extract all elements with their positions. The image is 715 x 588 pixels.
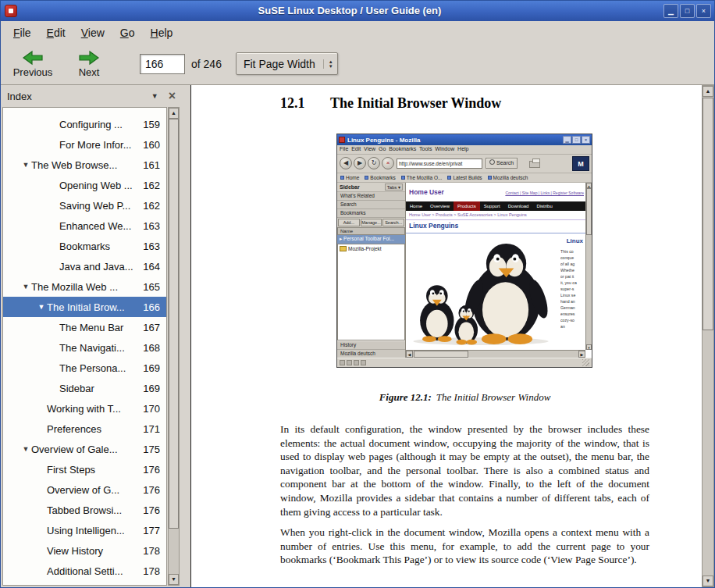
index-item[interactable]: Java and Java...164 (3, 256, 166, 276)
figure-mozilla-deutsch-tab: Mozilla deutsch (337, 349, 405, 358)
figure-personal-toolbar: Home Bookmarks The Mozilla O... Latest B… (337, 173, 592, 183)
index-item[interactable]: View History178 (3, 540, 166, 561)
index-item[interactable]: ▼Overview of Gale...175 (3, 439, 166, 459)
titlebar[interactable]: SuSE Linux Desktop / User Guide (en) ▁ □… (1, 1, 714, 21)
figure-hscroll-thumb (414, 351, 468, 358)
maximize-button[interactable]: □ (680, 4, 695, 18)
webpage-aside-heading: Linux (567, 237, 583, 244)
figure-caption-text: The Initial Browser Window (436, 391, 551, 403)
section-heading: 12.1 The Initial Browser Window (280, 95, 501, 112)
index-item-page: 168 (143, 342, 166, 354)
index-item[interactable]: Preferences171 (3, 419, 166, 439)
menu-view[interactable]: View (73, 23, 112, 43)
component-icon (361, 360, 366, 365)
scroll-up-icon[interactable]: ▲ (703, 86, 713, 97)
minimize-button[interactable]: ▁ (663, 4, 678, 18)
index-item-label: Saving Web P... (59, 200, 130, 212)
index-item[interactable]: Enhanced We...163 (3, 216, 166, 236)
figure-name-column: Name (337, 227, 405, 235)
sidebar-title: Index (7, 91, 144, 102)
index-item[interactable]: Additional Setti...178 (3, 561, 166, 581)
webpage-breadcrumb: Home User > Products > SuSE Accessories … (406, 211, 585, 220)
figure-screenshot: Linux Penguins - Mozilla ▁ □ × File Edit… (336, 134, 592, 368)
back-icon: ◀ (340, 157, 352, 169)
sidebar-close-icon[interactable]: × (165, 90, 179, 102)
expander-icon[interactable]: ▼ (20, 283, 31, 290)
index-item[interactable]: ▼The Web Browse...161 (3, 155, 166, 175)
expander-icon[interactable]: ▼ (20, 445, 31, 453)
menu-go[interactable]: Go (112, 23, 143, 43)
index-item-page: 162 (143, 200, 166, 212)
index-item-page: 176 (143, 484, 166, 496)
zoom-select[interactable]: Fit Page Width ▲ ▼ (236, 52, 338, 75)
index-item-page: 160 (143, 139, 166, 151)
bookmark-icon (401, 176, 405, 180)
zoom-value: Fit Page Width (244, 58, 315, 70)
index-item-page: 161 (143, 159, 166, 171)
previous-arrow-icon (22, 50, 44, 66)
index-item-label: Additional Setti... (47, 565, 123, 577)
sidebar-scrollbar-thumb[interactable] (169, 119, 179, 529)
index-item[interactable]: Using Intelligen...177 (3, 520, 166, 540)
figure-menubar: File Edit View Go Bookmarks Tools Window… (337, 145, 592, 155)
index-item-page: 175 (143, 444, 166, 455)
figure-vertical-scrollbar: ▲ ▼ (585, 183, 592, 350)
index-item[interactable]: ▼The Mozilla Web ...165 (3, 276, 166, 297)
index-item-page: 171 (143, 423, 166, 435)
toolbar: Previous Next of 246 Fit Page Width ▲ ▼ (1, 45, 714, 85)
sidebar-dropdown-icon[interactable]: ▼ (144, 92, 165, 100)
index-item-label: Bookmarks (59, 241, 110, 252)
index-item[interactable]: Bookmarks163 (3, 236, 166, 256)
index-item[interactable]: The Menu Bar167 (3, 317, 166, 337)
scroll-down-icon[interactable]: ▼ (703, 576, 713, 586)
next-button[interactable]: Next (63, 46, 115, 82)
figure-nav-toolbar: ◀ ▶ ↻ × http://www.suse.de/en/privat Sea… (337, 155, 592, 173)
webpage-rule (406, 233, 585, 233)
expander-icon[interactable]: ▼ (20, 161, 31, 169)
index-item[interactable]: For More Infor...160 (3, 134, 166, 155)
scroll-down-icon: ▼ (586, 344, 592, 350)
scroll-down-icon[interactable]: ▼ (169, 574, 179, 585)
index-item-label: Overview of Gale... (31, 444, 118, 455)
index-item[interactable]: First Steps176 (3, 459, 166, 479)
index-item[interactable]: Tabbed Browsi...176 (3, 500, 166, 520)
sidebar-scrollbar[interactable]: ▲ ▼ (168, 107, 180, 586)
index-item-label: The Web Browse... (31, 159, 117, 171)
personal-link: Mozilla deutsch (488, 175, 528, 180)
menu-edit[interactable]: Edit (39, 23, 73, 43)
scroll-up-icon[interactable]: ▲ (169, 108, 179, 119)
bookmark-icon (365, 176, 368, 180)
index-item-selected[interactable]: ▼The Initial Brow...166 (3, 297, 166, 317)
index-item-page: 162 (143, 180, 166, 191)
section-number: 12.1 (280, 95, 330, 112)
index-item[interactable]: The Navigati...168 (3, 337, 166, 358)
figure-search-button: Search (486, 158, 518, 169)
expander-icon[interactable]: ▼ (36, 303, 47, 311)
menu-help[interactable]: Help (143, 23, 181, 43)
mozilla-throbber-icon: M (572, 156, 589, 171)
index-item[interactable]: Configuring ...159 (3, 114, 166, 134)
figure-vscroll-thumb (586, 188, 592, 235)
document-scrollbar-thumb[interactable] (703, 98, 713, 330)
index-item-label: The Menu Bar (59, 322, 123, 333)
index-item-label: Enhanced We... (59, 220, 131, 232)
component-icon (354, 360, 359, 365)
index-item-page: 164 (143, 261, 166, 273)
index-item[interactable]: Opening Web ...162 (3, 175, 166, 195)
previous-label: Previous (13, 66, 53, 78)
index-item[interactable]: The Persona...169 (3, 358, 166, 378)
index-item[interactable]: Saving Web P...162 (3, 195, 166, 216)
menu-file[interactable]: File (5, 23, 39, 43)
index-item[interactable]: Working with T...170 (3, 398, 166, 419)
index-item[interactable]: Overview of G...176 (3, 479, 166, 500)
previous-button[interactable]: Previous (7, 46, 59, 82)
document-scrollbar[interactable]: ▲ ▼ (702, 85, 714, 587)
close-button[interactable]: × (696, 4, 711, 18)
page-number-input[interactable] (140, 54, 185, 74)
index-item-page: 178 (143, 545, 166, 557)
menubar: File Edit View Go Help (1, 21, 714, 45)
bookmark-icon (488, 176, 492, 180)
index-item[interactable]: Sidebar169 (3, 378, 166, 398)
index-item-page: 169 (143, 383, 166, 394)
figure-horizontal-scrollbar: ◀ ▶ (406, 350, 585, 358)
